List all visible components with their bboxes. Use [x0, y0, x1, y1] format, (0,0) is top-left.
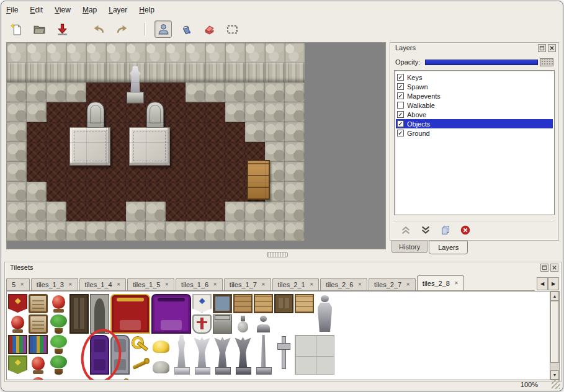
tileset-tile-loom[interactable]: [29, 294, 48, 313]
tileset-tile-frame[interactable]: [213, 294, 232, 313]
tileset-tile-obelisk[interactable]: [254, 335, 273, 375]
tileset-tile-cross[interactable]: [274, 335, 293, 375]
tileset-tile-plant[interactable]: [49, 355, 68, 375]
delete-layer-button[interactable]: [459, 223, 472, 237]
tileset-grid[interactable]: [7, 292, 550, 380]
tileset-tab-tiles_1_5[interactable]: tiles_1_5✕: [127, 278, 174, 290]
tab-close-icon[interactable]: ✕: [20, 282, 24, 287]
redo-button[interactable]: [113, 20, 130, 38]
tileset-tile-crate[interactable]: [295, 294, 314, 313]
tileset-tile-pot[interactable]: [29, 355, 48, 375]
dock-tab-layers[interactable]: Layers: [429, 241, 468, 254]
tileset-tile-crate[interactable]: [233, 294, 253, 313]
opacity-slider-handle[interactable]: [540, 58, 553, 66]
tileset-tile-key[interactable]: [131, 335, 150, 354]
tileset-tile-gargoyle[interactable]: [233, 335, 253, 375]
tileset-tile-pot[interactable]: [8, 314, 27, 334]
tab-scroll-left-button[interactable]: ◀: [537, 277, 548, 290]
tileset-tile-door[interactable]: [90, 335, 109, 375]
float-panel-button[interactable]: [540, 264, 548, 272]
tileset-tab-tiles_2_6[interactable]: tiles_2_6✕: [320, 278, 367, 290]
menu-layer[interactable]: Layer: [109, 6, 127, 14]
menu-help[interactable]: Help: [139, 6, 154, 14]
tileset-tile-horn[interactable]: [110, 376, 130, 380]
tileset-tile-gargoyle[interactable]: [213, 335, 232, 375]
tab-close-icon[interactable]: ✕: [213, 282, 217, 287]
opacity-slider[interactable]: [425, 58, 553, 66]
tileset-tile-wardrobe[interactable]: [274, 294, 293, 313]
new-document-button[interactable]: [7, 20, 25, 38]
scrollbar-thumb[interactable]: [550, 301, 559, 363]
tileset-tile-throne[interactable]: [110, 294, 150, 334]
tileset-scrollbar[interactable]: ▲ ▼: [550, 292, 559, 380]
raise-layer-button[interactable]: [399, 223, 413, 237]
map-canvas[interactable]: [7, 43, 305, 241]
tileset-tile-banner[interactable]: [192, 294, 212, 313]
tileset-tile-shield[interactable]: [192, 314, 212, 334]
tileset-tab-5[interactable]: 5✕: [6, 278, 30, 290]
tileset-tile-vase[interactable]: [233, 314, 253, 334]
tileset-tile-statue[interactable]: [172, 335, 191, 375]
tileset-tile-wardrobe[interactable]: [69, 294, 89, 334]
layer-checkbox[interactable]: ✓: [397, 111, 404, 118]
tileset-tile-throne[interactable]: [151, 294, 191, 334]
eraser-tool-button[interactable]: [200, 20, 218, 38]
fill-tool-button[interactable]: [177, 20, 195, 38]
tileset-tab-tiles_2_1[interactable]: tiles_2_1✕: [272, 278, 320, 290]
close-panel-button[interactable]: [550, 264, 558, 272]
layer-checkbox[interactable]: ✓: [397, 130, 404, 136]
float-panel-button[interactable]: [538, 44, 546, 52]
duplicate-layer-button[interactable]: [439, 223, 452, 237]
tab-close-icon[interactable]: ✕: [357, 282, 362, 287]
menu-map[interactable]: Map: [83, 6, 97, 14]
layer-checkbox[interactable]: ✓: [397, 83, 404, 90]
tileset-tile-plant[interactable]: [49, 335, 68, 354]
layer-row-walkable[interactable]: Walkable: [396, 100, 553, 110]
tileset-tile-loom[interactable]: [29, 314, 48, 334]
menu-view[interactable]: View: [55, 6, 71, 14]
map-viewport[interactable]: [6, 42, 386, 249]
layer-checkbox[interactable]: ✓: [397, 120, 404, 127]
tileset-tab-tiles_1_4[interactable]: tiles_1_4✕: [79, 278, 127, 290]
layer-checkbox[interactable]: ✓: [397, 92, 404, 99]
tileset-tab-tiles_1_7[interactable]: tiles_1_7✕: [224, 278, 271, 290]
dock-tab-history[interactable]: History: [392, 241, 427, 253]
stamp-tool-button[interactable]: [154, 20, 172, 38]
select-tool-button[interactable]: [223, 20, 241, 38]
tileset-tile-gold[interactable]: [8, 376, 27, 380]
tileset-tile-gargoyle[interactable]: [192, 335, 212, 375]
save-download-button[interactable]: [53, 20, 71, 38]
tileset-tile-floor[interactable]: [295, 335, 334, 375]
tab-close-icon[interactable]: ✕: [454, 281, 459, 286]
tileset-tile-arch[interactable]: [90, 294, 109, 334]
tab-close-icon[interactable]: ✕: [164, 282, 169, 287]
resize-grip[interactable]: [552, 380, 560, 389]
layer-checkbox[interactable]: [397, 102, 404, 109]
layer-row-spawn[interactable]: ✓Spawn: [396, 82, 553, 91]
tileset-tile-plant[interactable]: [49, 314, 68, 334]
tileset-tile-pot[interactable]: [29, 376, 48, 380]
lower-layer-button[interactable]: [419, 223, 432, 237]
tileset-tile-crate[interactable]: [254, 294, 273, 313]
tileset-tile-horn[interactable]: [131, 355, 150, 375]
undo-button[interactable]: [90, 20, 107, 38]
layer-row-ground[interactable]: ✓Ground: [396, 128, 553, 138]
tileset-tile-books[interactable]: [8, 335, 27, 354]
tab-close-icon[interactable]: ✕: [406, 282, 410, 287]
scroll-up-button[interactable]: ▲: [550, 292, 559, 301]
tab-close-icon[interactable]: ✕: [310, 282, 314, 287]
tab-close-icon[interactable]: ✕: [117, 282, 121, 287]
tab-close-icon[interactable]: ✕: [68, 282, 73, 287]
layer-row-objects[interactable]: ✓Objects: [396, 119, 553, 128]
layer-row-above[interactable]: ✓Above: [396, 110, 553, 119]
tileset-tab-tiles_1_6[interactable]: tiles_1_6✕: [176, 278, 223, 290]
tab-close-icon[interactable]: ✕: [261, 282, 266, 287]
tileset-tile-rock[interactable]: [151, 355, 171, 375]
splitter-grip[interactable]: [267, 252, 288, 257]
close-panel-button[interactable]: [548, 44, 556, 52]
tileset-tab-tiles_2_7[interactable]: tiles_2_7✕: [369, 278, 416, 290]
layer-checkbox[interactable]: ✓: [397, 74, 404, 81]
menu-file[interactable]: File: [6, 6, 18, 14]
tileset-tile-armor[interactable]: [315, 294, 334, 334]
tileset-tile-gold[interactable]: [151, 335, 171, 354]
